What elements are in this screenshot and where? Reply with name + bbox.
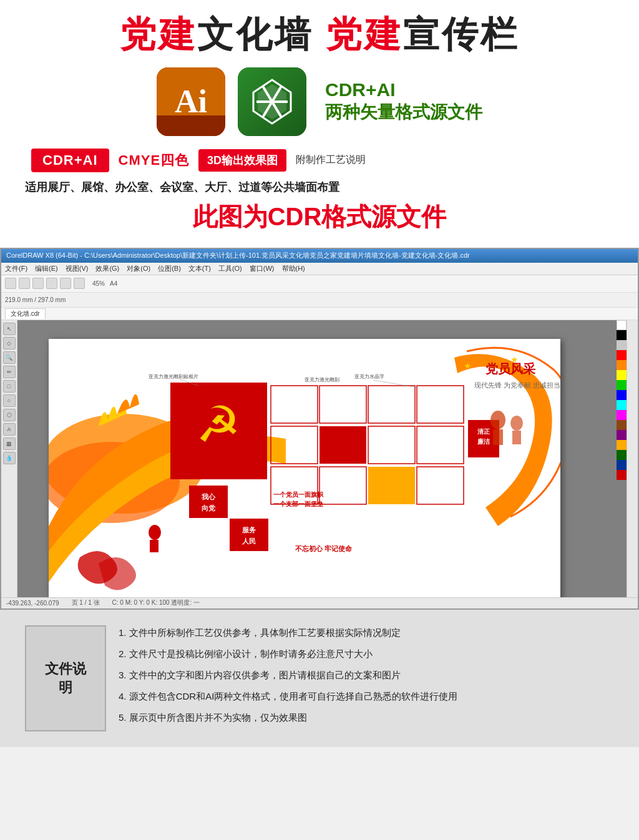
toolbar-print[interactable] — [46, 278, 57, 289]
top-section: 党建文化墙 党建宣传栏 Ai CDR+AI 两种矢量 — [0, 0, 639, 248]
svg-text:向党: 向党 — [202, 504, 215, 512]
cdr-titlebar: CorelDRAW X8 (64-Bit) - C:\Users\Adminis… — [1, 249, 638, 263]
format-line2: 两种矢量格式源文件 — [325, 100, 482, 124]
svg-text:清正: 清正 — [477, 428, 490, 435]
svg-rect-43 — [150, 540, 159, 552]
tool-shape[interactable]: ◇ — [3, 337, 16, 349]
note-1: 1. 文件中所标制作工艺仅供参考，具体制作工艺要根据实际情况制定 — [119, 625, 614, 640]
menu-effects[interactable]: 效果(G) — [95, 264, 119, 273]
svg-text:一个支部一面堡垒: 一个支部一面堡垒 — [273, 501, 324, 507]
note-5: 5. 展示页中所含图片并不为实物，仅为效果图 — [119, 710, 614, 725]
svg-rect-21 — [320, 426, 366, 464]
svg-text:一个党员一面旗帜: 一个党员一面旗帜 — [273, 491, 324, 498]
menu-help[interactable]: 帮助(H) — [282, 264, 305, 273]
svg-point-38 — [490, 411, 505, 429]
file-explain-box: 文件说明 — [25, 625, 106, 731]
tool-select[interactable]: ↖ — [3, 323, 16, 335]
tool-ellipse[interactable]: ○ — [3, 394, 16, 407]
color-darkred[interactable] — [617, 470, 627, 480]
cursor-coords: -439.263, -260.079 — [6, 600, 59, 607]
color-cyan[interactable] — [617, 400, 627, 410]
svg-rect-39 — [493, 429, 503, 445]
title-normal-2: 宣传栏 — [403, 14, 519, 54]
applicable-text: 适用展厅、展馆、办公室、会议室、大厅、过道等公共墙面布置 — [25, 180, 614, 195]
status-color-mode: C: 0 M: 0 Y: 0 K: 100 透明度: 一 — [112, 598, 200, 607]
svg-text:★: ★ — [464, 361, 472, 371]
cdr-statusbar: -439.263, -260.079 页 1 / 1 张 C: 0 M: 0 Y… — [1, 597, 638, 608]
cdr-main-area: ↖ ◇ 🔍 ✏ □ ○ ⬡ A ▦ 💧 — [1, 320, 638, 597]
page-size-label: A4 — [110, 280, 117, 287]
zoom-level: 45% — [92, 280, 105, 287]
tool-text[interactable]: A — [3, 423, 16, 436]
cdr-logo-svg — [247, 77, 297, 127]
bottom-section: 文件说明 1. 文件中所标制作工艺仅供参考，具体制作工艺要根据实际情况制定 2.… — [0, 610, 639, 747]
notes-list: 1. 文件中所标制作工艺仅供参考，具体制作工艺要根据实际情况制定 2. 文件尺寸… — [119, 625, 614, 731]
color-yellow[interactable] — [617, 370, 627, 380]
design-page: ☭ 我心 向党 服务 人民 — [49, 339, 560, 597]
tool-zoom[interactable]: 🔍 — [3, 351, 16, 364]
party-wall-design-svg: ☭ 我心 向党 服务 人民 — [49, 339, 560, 597]
menu-edit[interactable]: 编辑(E) — [35, 264, 58, 273]
cdr-toolbox: ↖ ◇ 🔍 ✏ □ ○ ⬡ A ▦ 💧 — [1, 320, 17, 597]
cdr-menubar[interactable]: 文件(F) 编辑(E) 视图(V) 效果(G) 对象(O) 位图(B) 文本(T… — [1, 263, 638, 275]
note-3: 3. 文件中的文字和图片内容仅供参考，图片请根据自己的文案和图片 — [119, 668, 614, 683]
color-magenta[interactable] — [617, 410, 627, 420]
menu-window[interactable]: 窗口(W) — [250, 264, 275, 273]
color-darkblue[interactable] — [617, 460, 627, 470]
file-explain-label: 文件说明 — [39, 660, 92, 697]
menu-bitmap[interactable]: 位图(B) — [158, 264, 181, 273]
color-darkgreen[interactable] — [617, 450, 627, 460]
svg-point-42 — [149, 525, 161, 540]
color-black[interactable] — [617, 330, 627, 340]
cdr-tab-row: 文化墙.cdr — [1, 308, 638, 320]
toolbar-save[interactable] — [32, 278, 44, 289]
color-white[interactable] — [617, 320, 627, 330]
cdr-right-scrollbar[interactable] — [627, 320, 638, 597]
menu-object[interactable]: 对象(O) — [127, 264, 150, 273]
tool-rectangle[interactable]: □ — [3, 380, 16, 393]
svg-point-40 — [510, 416, 523, 431]
svg-rect-26 — [368, 467, 415, 504]
svg-text:不忘初心 牢记使命: 不忘初心 牢记使命 — [295, 545, 353, 552]
color-purple[interactable] — [617, 430, 627, 440]
tool-eyedropper[interactable]: 💧 — [3, 452, 16, 464]
tool-fill[interactable]: ▦ — [3, 437, 16, 450]
svg-rect-41 — [512, 431, 521, 444]
cdr-window: CorelDRAW X8 (64-Bit) - C:\Users\Adminis… — [1, 249, 638, 608]
toolbar-undo[interactable] — [60, 278, 71, 289]
menu-tools[interactable]: 工具(O) — [218, 264, 242, 273]
color-blue[interactable] — [617, 390, 627, 400]
menu-file[interactable]: 文件(F) — [5, 264, 27, 273]
cdr-canvas: ☭ 我心 向党 服务 人民 — [17, 320, 627, 597]
tags-row: CDR+AI CMYE四色 3D输出效果图 附制作工艺说明 — [25, 149, 614, 172]
ai-icon-label: Ai — [175, 83, 207, 120]
tool-freehand[interactable]: ✏ — [3, 366, 16, 378]
color-gray[interactable] — [617, 340, 627, 350]
color-amber[interactable] — [617, 440, 627, 450]
cdr-format-notice: 此图为CDR格式源文件 — [25, 200, 614, 234]
svg-text:亚克力水晶字: 亚克力水晶字 — [354, 374, 384, 379]
color-red[interactable] — [617, 350, 627, 360]
format-description: CDR+AI 两种矢量格式源文件 — [325, 79, 482, 124]
cdr-secondary-toolbar: 219.0 mm / 297.0 mm — [1, 293, 638, 308]
color-orange[interactable] — [617, 360, 627, 370]
design-content: ☭ 我心 向党 服务 人民 — [49, 339, 560, 597]
icons-row: Ai CDR+AI 两种矢量格式源文件 — [25, 67, 614, 136]
tag-production-note: 附制作工艺说明 — [296, 154, 366, 167]
cdr-software-icon — [238, 67, 306, 136]
title-highlight-2: 党建 — [326, 14, 403, 54]
cdr-tab-file[interactable]: 文化墙.cdr — [5, 308, 46, 319]
ai-software-icon: Ai — [157, 67, 225, 136]
title-normal-1: 文化墙 — [197, 14, 326, 54]
color-green[interactable] — [617, 380, 627, 390]
toolbar-new[interactable] — [5, 278, 16, 289]
menu-view[interactable]: 视图(V) — [66, 264, 89, 273]
color-brown[interactable] — [617, 420, 627, 430]
svg-text:廉洁: 廉洁 — [477, 438, 490, 445]
toolbar-redo[interactable] — [74, 278, 85, 289]
menu-text[interactable]: 文本(T) — [188, 264, 211, 273]
svg-text:☭: ☭ — [196, 398, 241, 452]
tool-polygon[interactable]: ⬡ — [3, 409, 16, 421]
status-page-info: 页 1 / 1 张 — [72, 598, 100, 607]
toolbar-open[interactable] — [19, 278, 30, 289]
